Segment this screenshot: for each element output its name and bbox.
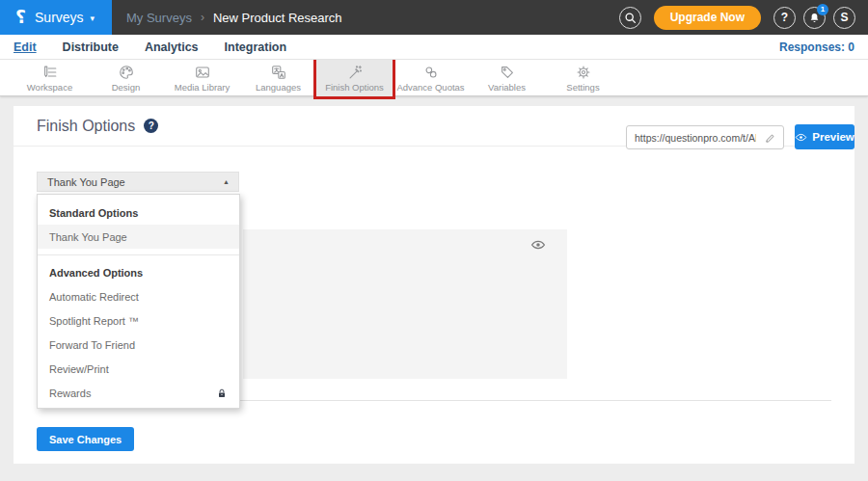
toolbar-item-label: Variables xyxy=(488,82,526,93)
tab-distribute[interactable]: Distribute xyxy=(63,40,119,54)
responses-count[interactable]: Responses: 0 xyxy=(779,40,854,54)
toolbar-item-label: Settings xyxy=(566,82,599,93)
image-icon xyxy=(194,64,211,81)
notification-badge: 1 xyxy=(817,4,828,15)
workspace-list-icon xyxy=(41,64,59,81)
product-name: Surveys xyxy=(35,10,84,25)
question-mark-icon: ? xyxy=(781,11,788,24)
page-help-icon[interactable]: ? xyxy=(144,119,158,133)
help-button[interactable]: ? xyxy=(773,7,796,29)
top-bar: ⸮ Surveys ▾ My Surveys › New Product Res… xyxy=(0,0,868,35)
survey-url-box xyxy=(626,125,784,149)
survey-url-group xyxy=(626,125,784,149)
toolbar-item-languages[interactable]: Languages xyxy=(240,60,316,96)
toolbar-item-finish-options[interactable]: Finish Options xyxy=(316,60,393,96)
breadcrumb-my-surveys[interactable]: My Surveys xyxy=(126,11,192,25)
lock-icon xyxy=(216,387,228,399)
toolbar-item-variables[interactable]: Variables xyxy=(469,60,545,96)
toolbar-item-label: Design xyxy=(112,82,141,93)
toolbar-item-design[interactable]: Design xyxy=(88,60,164,96)
toolbar-item-settings[interactable]: Settings xyxy=(545,60,621,96)
menu-divider xyxy=(38,254,239,255)
gear-icon xyxy=(575,64,592,81)
pencil-icon xyxy=(765,132,776,144)
edit-toolbar: Workspace Design Media Library Languages… xyxy=(0,60,868,96)
topbar-actions: Upgrade Now ? 1 S xyxy=(619,0,855,35)
magic-wand-icon xyxy=(346,64,364,81)
menu-item-rewards[interactable]: Rewards xyxy=(38,381,239,405)
survey-nav: Edit Distribute Analytics Integration Re… xyxy=(0,35,868,60)
menu-item-label: Rewards xyxy=(49,387,91,399)
chain-links-icon xyxy=(422,64,440,81)
menu-item-spotlight-report[interactable]: Spotlight Report ™ xyxy=(38,308,239,333)
toolbar-item-label: Languages xyxy=(256,82,301,93)
breadcrumb-current-survey: New Product Research xyxy=(213,11,342,25)
toolbar-tiles: Workspace Design Media Library Languages… xyxy=(12,60,621,96)
product-switcher[interactable]: ⸮ Surveys ▾ xyxy=(0,0,112,35)
chevron-up-icon: ▲ xyxy=(223,178,238,185)
menu-item-thank-you-page[interactable]: Thank You Page xyxy=(38,225,239,249)
menu-item-review-print[interactable]: Review/Print xyxy=(38,357,239,381)
menu-item-label: Review/Print xyxy=(49,363,109,375)
toolbar-item-label: Advance Quotas xyxy=(396,82,464,93)
upgrade-now-button[interactable]: Upgrade Now xyxy=(654,6,761,30)
preview-label: Preview xyxy=(812,131,854,143)
tab-edit[interactable]: Edit xyxy=(14,40,37,54)
avatar-initial: S xyxy=(840,11,848,24)
chevron-down-icon: ▾ xyxy=(91,13,95,23)
thank-you-preview-panel xyxy=(243,229,567,379)
avatar[interactable]: S xyxy=(833,7,855,29)
menu-item-label: Forward To Friend xyxy=(49,339,135,351)
preview-button[interactable]: Preview xyxy=(795,124,854,149)
finish-option-select[interactable]: Thank You Page ▲ xyxy=(37,172,239,192)
toolbar-item-label: Workspace xyxy=(27,82,72,93)
questionpro-logo-icon: ⸮ xyxy=(15,6,26,27)
tab-integration[interactable]: Integration xyxy=(225,40,287,54)
tag-icon xyxy=(499,64,516,81)
search-button[interactable] xyxy=(619,7,641,29)
toolbar-item-advance-quotas[interactable]: Advance Quotas xyxy=(393,60,469,96)
edit-url-button[interactable] xyxy=(758,126,783,148)
toolbar-item-workspace[interactable]: Workspace xyxy=(12,60,88,96)
finish-option-menu: Standard Options Thank You Page Advanced… xyxy=(37,194,240,409)
eye-icon xyxy=(795,131,807,144)
page-title: Finish Options xyxy=(37,118,135,135)
notifications-button[interactable]: 1 xyxy=(803,7,826,29)
preview-eye-button[interactable] xyxy=(530,237,546,256)
toolbar-item-label: Finish Options xyxy=(325,82,384,93)
translate-icon xyxy=(270,64,287,81)
menu-item-label: Thank You Page xyxy=(49,231,127,243)
menu-group-advanced: Advanced Options xyxy=(38,261,239,284)
breadcrumb-separator-icon: › xyxy=(201,11,204,24)
menu-group-standard: Standard Options xyxy=(38,201,239,225)
menu-item-automatic-redirect[interactable]: Automatic Redirect xyxy=(38,284,239,308)
menu-item-forward-to-friend[interactable]: Forward To Friend xyxy=(38,333,239,357)
breadcrumb: My Surveys › New Product Research xyxy=(126,0,342,35)
menu-item-label: Spotlight Report ™ xyxy=(49,315,139,327)
select-value: Thank You Page xyxy=(38,176,125,188)
palette-icon xyxy=(118,64,135,81)
search-icon xyxy=(624,12,637,24)
survey-url-input[interactable] xyxy=(627,132,758,144)
toolbar-item-media-library[interactable]: Media Library xyxy=(164,60,240,96)
tab-analytics[interactable]: Analytics xyxy=(145,40,199,54)
eye-icon xyxy=(530,237,546,253)
toolbar-item-label: Media Library xyxy=(175,82,231,93)
finish-options-panel: Finish Options ? Thank You Page ▲ Standa… xyxy=(14,106,854,464)
save-changes-button[interactable]: Save Changes xyxy=(37,427,134,451)
menu-item-label: Automatic Redirect xyxy=(49,291,139,303)
